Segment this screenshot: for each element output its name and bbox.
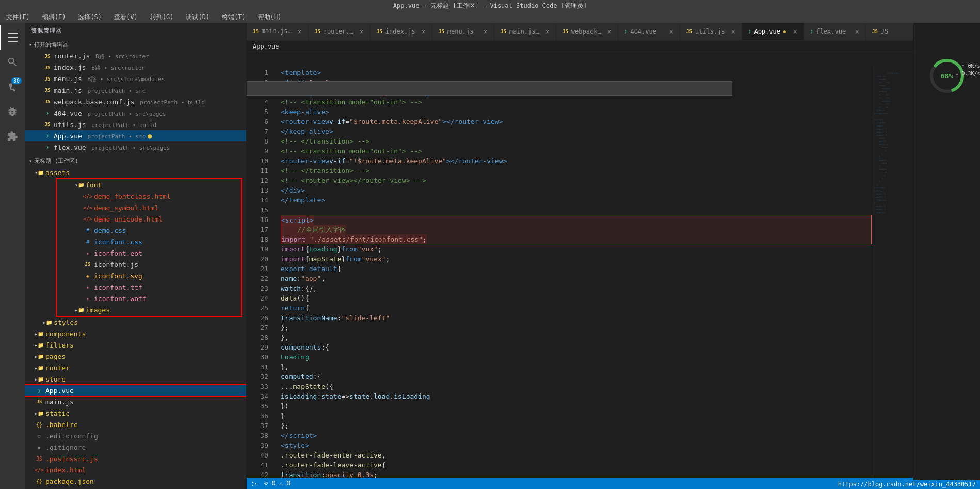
line-number: 4 xyxy=(247,97,268,107)
editor-area: JS main.js噶 • src ×JS router.js ×JS inde… xyxy=(247,23,913,489)
tab-JS[interactable]: JS JS × xyxy=(866,23,913,40)
code-area[interactable]: <template> <div id="app"> <loading v-mod… xyxy=(272,67,872,478)
line-number: 31 xyxy=(247,362,268,372)
breadcrumb: App.vue xyxy=(253,43,279,50)
code-line-4: <!-- <transition mode="out-in"> --> xyxy=(281,97,872,107)
tree-item-styles[interactable]: ▸📁styles xyxy=(25,317,246,328)
line-number: 1 xyxy=(247,68,268,77)
tab-close-icon[interactable]: × xyxy=(855,27,859,36)
tab-close-icon[interactable]: × xyxy=(793,27,797,36)
line-number: 41 xyxy=(247,460,268,470)
tab-flex-vue[interactable]: ❯ flex.vue × xyxy=(804,23,866,40)
tab-index-js[interactable]: JS index.js × xyxy=(371,23,432,40)
tab-main-js[interactable]: JS main.js噶 • src × xyxy=(247,23,309,40)
tab-close-icon[interactable]: × xyxy=(669,27,673,36)
code-line-30: Loading xyxy=(281,352,872,362)
menu-item-edit[interactable]: 编辑(E) xyxy=(40,12,68,23)
open-file-item[interactable]: JS router.js B路 • src\router xyxy=(25,51,246,62)
tab-close-icon[interactable]: × xyxy=(298,27,302,36)
menu-item-debug[interactable]: 调试(D) xyxy=(184,12,212,23)
menu-item-help[interactable]: 帮助(H) xyxy=(256,12,284,23)
tab-close-icon[interactable]: × xyxy=(545,27,550,36)
tree-item-app-vue[interactable]: ❯App.vue xyxy=(25,385,246,396)
activity-extensions[interactable] xyxy=(0,124,25,149)
status-git[interactable] xyxy=(251,480,258,487)
tree-item--babelrc[interactable]: {}.babelrc xyxy=(25,419,246,430)
tab-menu-js[interactable]: JS menu.js × xyxy=(432,23,494,40)
code-line-27: }; xyxy=(281,323,872,333)
menu-item-terminal[interactable]: 终端(T) xyxy=(220,12,248,23)
open-editors-section[interactable]: ▾ 打开的编辑器 xyxy=(25,39,246,51)
tab-close-icon[interactable]: × xyxy=(731,27,735,36)
status-errors[interactable]: ⊘ 0 ⚠ 0 xyxy=(264,480,291,487)
open-file-item[interactable]: JS index.js B路 • src\router xyxy=(25,62,246,73)
menu-item-file[interactable]: 文件(F) xyxy=(4,12,32,23)
open-file-item[interactable]: ❯ App.vue projectPath • src ● xyxy=(25,130,246,141)
line-number: 25 xyxy=(247,303,268,313)
code-line-21: export default { xyxy=(281,264,872,274)
tree-item-package-json[interactable]: {}package.json xyxy=(25,476,246,487)
code-line-17: //全局引入字体 xyxy=(281,225,872,234)
tree-item-iconfont-ttf[interactable]: ✦iconfont.ttf xyxy=(57,281,241,293)
open-file-item[interactable]: ❯ 404.vue projectPath • src\pages xyxy=(25,107,246,119)
tree-item-iconfont-eot[interactable]: ✦iconfont.eot xyxy=(57,247,241,259)
tree-item-demo-symbol-html[interactable]: </>demo_symbol.html xyxy=(57,202,241,213)
tree-item-index-html[interactable]: </>index.html xyxy=(25,464,246,476)
tree-item-filters[interactable]: ▸📁filters xyxy=(25,339,246,351)
tree-item-demo-css[interactable]: #demo.css xyxy=(57,225,241,236)
activity-debug[interactable] xyxy=(0,99,25,124)
tree-item-demo-fontclass-html[interactable]: </>demo_fontclass.html xyxy=(57,191,241,202)
tree-item-components[interactable]: ▸📁components xyxy=(25,328,246,339)
menu-item-goto[interactable]: 转到(G) xyxy=(148,12,176,23)
tree-item--editorconfig[interactable]: ⚙.editorconfig xyxy=(25,430,246,441)
tab-main-js[interactable]: JS main.jsprojectPath • src × xyxy=(494,23,556,40)
tree-item-store[interactable]: ▸📁store xyxy=(25,373,246,385)
activity-search[interactable] xyxy=(0,50,25,74)
tree-item-iconfont-woff[interactable]: ✦iconfont.woff xyxy=(57,293,241,304)
tab-App-vue[interactable]: ❯ App.vue ● × xyxy=(742,23,804,40)
tree-item-iconfont-svg[interactable]: ◈iconfont.svg xyxy=(57,270,241,281)
code-line-34: isLoading: state => state.load.isLoading xyxy=(281,391,872,401)
menu-bar: 文件(F) 编辑(E) 选择(S) 查看(V) 转到(G) 调试(D) 终端(T… xyxy=(0,11,980,23)
tree-item-static[interactable]: ▸📁static xyxy=(25,407,246,419)
workspace-label: 无标题 (工作区) xyxy=(34,157,78,165)
tab-router-js[interactable]: JS router.js × xyxy=(309,23,371,40)
tree-item--gitignore[interactable]: ◆.gitignore xyxy=(25,441,246,453)
activity-scm[interactable]: 30 xyxy=(0,74,25,99)
code-line-12: <!-- <router-view></router-view> --> xyxy=(281,176,872,185)
open-file-item[interactable]: ❯ flex.vue projectPath • src\pages xyxy=(25,141,246,153)
tree-item--postcssrc-js[interactable]: JS.postcssrc.js xyxy=(25,453,246,464)
open-file-item[interactable]: JS webpack.base.conf.js projectPath • bu… xyxy=(25,96,246,107)
tree-item-iconfont-css[interactable]: #iconfont.css xyxy=(57,236,241,247)
tree-item-readme-md[interactable]: M↓README.md xyxy=(25,487,246,489)
menu-item-select[interactable]: 选择(S) xyxy=(76,12,104,23)
code-line-8: <!-- </transition> --> xyxy=(281,136,872,146)
tree-item-main-js[interactable]: JSmain.js xyxy=(25,396,246,407)
tab-404-vue[interactable]: ❯ 404.vue × xyxy=(618,23,680,40)
open-file-item[interactable]: JS menu.js B路 • src\store\modules xyxy=(25,73,246,85)
tree-item-demo-unicode-html[interactable]: </>demo_unicode.html xyxy=(57,213,241,225)
menu-item-view[interactable]: 查看(V) xyxy=(112,12,140,23)
line-number: 9 xyxy=(247,146,268,156)
open-file-item[interactable]: JS utils.js projectPath • build xyxy=(25,119,246,130)
workspace-section[interactable]: ▾ 无标题 (工作区) xyxy=(25,155,246,167)
tab-close-icon[interactable]: × xyxy=(607,27,612,36)
tab-close-icon[interactable]: × xyxy=(422,27,426,36)
code-line-5: <keep-alive> xyxy=(281,107,872,117)
tab-utils-js[interactable]: JS utils.js × xyxy=(680,23,742,40)
tree-item-iconfont-js[interactable]: JSiconfont.js xyxy=(57,259,241,270)
open-file-item[interactable]: JS main.js projectPath • src xyxy=(25,85,246,96)
tab-close-icon[interactable]: × xyxy=(360,27,364,36)
tab-webpack-base-conf-js[interactable]: JS webpack.base.conf.js × xyxy=(556,23,618,40)
tree-item-pages[interactable]: ▸📁pages xyxy=(25,351,246,362)
tree-item-images[interactable]: ▸📁images xyxy=(57,304,241,316)
tree-item-assets[interactable]: ▾📁assets xyxy=(25,167,246,178)
circle-percent: 68% xyxy=(941,72,953,80)
code-line-32: computed: { xyxy=(281,372,872,382)
tree-item-font[interactable]: ▾📁font xyxy=(57,179,241,191)
activity-explorer[interactable] xyxy=(0,25,25,50)
code-line-42: transition: opacity 0.3s; xyxy=(281,470,872,478)
tab-close-icon[interactable]: × xyxy=(484,27,488,36)
tree-item-router[interactable]: ▸📁router xyxy=(25,362,246,373)
line-numbers: 1234567891011121314151617181920212223242… xyxy=(247,67,272,478)
